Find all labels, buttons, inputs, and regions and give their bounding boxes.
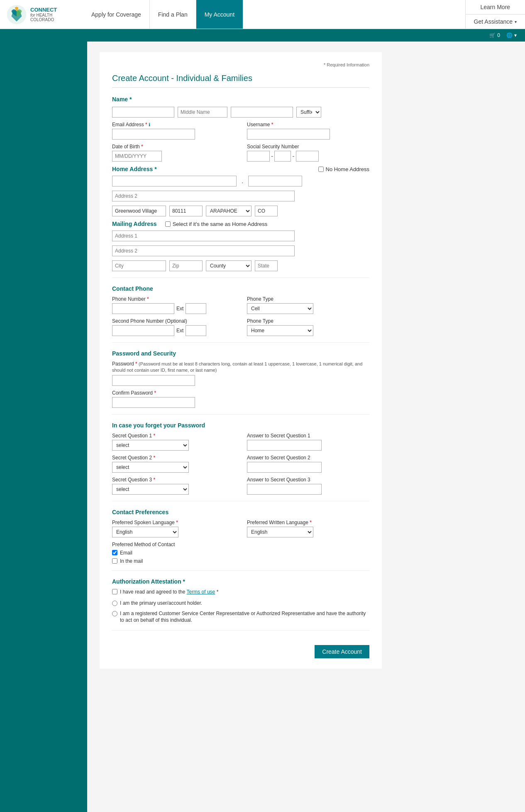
home-addr1b-input[interactable] [248,176,302,186]
ext-input[interactable] [186,303,206,314]
divider-1 [112,277,369,278]
username-input[interactable] [247,129,330,140]
ans1-label: Answer to Secret Question 1 [247,433,369,439]
middle-name-input[interactable] [178,107,227,118]
home-zip-input[interactable] [169,206,203,216]
mail-city-input[interactable] [112,260,166,271]
no-home-checkbox[interactable] [318,167,324,172]
divider-2 [112,342,369,343]
sq1-row: Secret Question 1 * select Answer to Sec… [112,433,369,451]
mail-addr1-row [112,231,369,241]
ssn-part2-input[interactable] [274,151,291,162]
email-option-label: Email [120,550,132,556]
logo: CONNECT for HEALTH COLORADO [0,0,83,29]
last-name-input[interactable] [231,107,293,118]
email-checkbox[interactable] [112,550,117,555]
password-row [112,375,369,386]
mail-checkbox[interactable] [112,558,117,564]
confirm-password-label: Confirm Password * [112,390,369,396]
home-addr2-input[interactable] [112,191,295,201]
mailing-address-label: Mailing Address [112,221,157,227]
ssn-part3-input[interactable] [296,151,319,162]
radio-rep[interactable] [112,611,117,616]
email-info-icon[interactable]: ℹ [149,122,150,127]
nav-account[interactable]: My Account [196,0,243,29]
nav-find[interactable]: Find a Plan [150,0,196,29]
form-container: * Required Information Create Account - … [100,52,382,669]
nav-learn[interactable]: Learn More [466,0,525,15]
second-ext-label: Ext [176,328,183,334]
language-selector[interactable]: 🌐 ▾ [506,32,517,38]
sq1-col: Secret Question 1 * select [112,433,234,451]
ssn-col: Social Security Number - - [247,144,369,162]
home-city-input[interactable] [112,206,166,216]
sq2-select[interactable]: select [112,462,189,473]
written-lang-select[interactable]: English Spanish [247,527,313,537]
dob-input[interactable] [112,151,162,162]
sq2-label: Secret Question 2 * [112,455,234,461]
ans3-input[interactable] [247,484,322,495]
terms-link[interactable]: Terms of use [187,589,215,595]
radio-rep-label: I am a registered Customer Service Cente… [120,610,369,624]
mail-addr2-input[interactable] [112,245,295,256]
sq1-select[interactable]: select [112,440,189,451]
home-state-input[interactable] [255,206,278,216]
same-as-home-row: Select if it's the same as Home Address [165,221,268,227]
main-nav: Apply for Coverage Find a Plan My Accoun… [83,0,465,29]
mail-zip-input[interactable] [169,260,203,271]
logo-forheath: for HEALTH [30,13,57,17]
sq3-label: Secret Question 3 * [112,477,234,483]
second-phone-inputs: Ext [112,325,234,336]
sq2-col: Secret Question 2 * select [112,455,234,473]
mail-county-select[interactable]: County [206,260,252,271]
nav-apply[interactable]: Apply for Coverage [83,0,150,29]
radio-primary[interactable] [112,601,117,606]
header: CONNECT for HEALTH COLORADO Apply for Co… [0,0,525,29]
ans2-input[interactable] [247,462,322,473]
ssn-part1-input[interactable] [247,151,270,162]
contact-phone-label: Contact Phone [112,285,369,292]
logo-colorado: COLORADO [30,17,57,22]
nav-assistance[interactable]: Get Assistance ▾ [466,15,525,29]
confirm-password-input[interactable] [112,397,195,408]
cart-icon-item[interactable]: 🛒 0 [489,32,500,38]
second-phone-col: Second Phone Number (Optional) Ext [112,318,234,336]
ans1-input[interactable] [247,440,322,451]
sq3-select[interactable]: select [112,484,189,495]
name-required: * [129,96,132,103]
username-label: Username * [247,122,369,128]
lang-row: Preferred Spoken Language * English Span… [112,520,369,537]
phone-label: Phone Number * [112,296,234,302]
terms-label: I have read and agreed to the Terms of u… [120,589,218,595]
forgot-password-label: In case you forget your Password [112,422,369,429]
home-county-select[interactable]: ARAPAHOE [206,206,252,216]
home-addr1-row: . [112,176,369,186]
second-phone-type-select[interactable]: Home Cell Work [247,325,313,336]
first-name-input[interactable] [112,107,174,118]
divider-4 [112,501,369,501]
phone-input[interactable] [112,303,174,314]
auth-attest-label: Authorization Attestation * [112,578,369,585]
page-title: Create Account - Individual & Families [112,74,369,88]
radio-primary-row: I am the primary user/account holder. [112,600,369,607]
home-addr1-input[interactable] [112,176,237,186]
no-home-label: No Home Address [326,166,370,172]
mail-state-input[interactable] [255,260,278,271]
same-as-home-checkbox[interactable] [165,221,171,227]
ssn-label: Social Security Number [247,144,369,150]
password-input[interactable] [112,375,195,386]
email-input[interactable] [112,129,195,140]
spoken-lang-select[interactable]: English Spanish [112,527,178,537]
phone-row: Phone Number * Ext Phone Type Cell Home … [112,296,369,314]
sq3-col: Secret Question 3 * select [112,477,234,495]
phone-col: Phone Number * Ext [112,296,234,314]
second-ext-input[interactable] [186,325,206,336]
confirm-password-row [112,397,369,408]
create-account-button[interactable]: Create Account [315,645,369,658]
suffix-select[interactable]: Suffix Jr. Sr. II III [296,107,321,118]
second-phone-input[interactable] [112,325,174,336]
mail-addr1-input[interactable] [112,231,295,241]
terms-checkbox[interactable] [112,589,117,594]
ans3-label: Answer to Secret Question 3 [247,477,369,483]
phone-type-select[interactable]: Cell Home Work [247,303,313,314]
